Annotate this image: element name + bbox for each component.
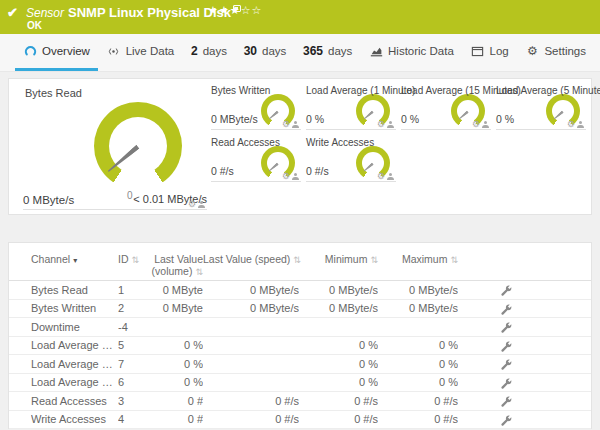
gear-icon[interactable]: ⚙ (188, 200, 196, 208)
user-icon[interactable] (198, 201, 205, 208)
cell-id: 5 (118, 339, 143, 351)
table-row-downtime[interactable]: Downtime-4 (9, 318, 591, 337)
column-header-volume[interactable]: Last Value(volume)⇅ (143, 253, 203, 278)
star-rating[interactable]: ★★★☆☆ (208, 4, 262, 17)
table-row-write-accesses[interactable]: Write Accesses40 #0 #/s0 #/s0 #/s (9, 411, 591, 430)
column-label: (volume) (152, 265, 193, 277)
channel-settings-wrench-icon[interactable] (501, 396, 512, 407)
tab-2-days[interactable]: 2days (183, 34, 235, 71)
tab-30-days[interactable]: 30days (236, 34, 295, 71)
cell-volume: 0 # (143, 395, 203, 407)
user-icon[interactable] (292, 173, 299, 180)
gauge-mini-actions: ⚙ (282, 120, 299, 128)
gauge-dial[interactable] (94, 102, 182, 190)
column-header-channel[interactable]: Channel▾ (31, 253, 118, 267)
tab-label: days (262, 45, 286, 57)
gear-icon[interactable]: ⚙ (282, 172, 290, 180)
channel-settings-wrench-icon[interactable] (501, 322, 512, 333)
cell-max: 0 MByte/s (378, 284, 458, 296)
column-label: Last Value (154, 253, 203, 265)
table-row-bytes-written[interactable]: Bytes Written20 MByte0 MByte/s0 MByte/s0… (9, 300, 591, 319)
sort-icon: ⇅ (132, 255, 140, 265)
user-icon[interactable] (387, 173, 394, 180)
tab-overview[interactable]: Overview (15, 34, 98, 71)
user-icon[interactable] (387, 121, 394, 128)
gauge-mini-actions: ⚙ (472, 120, 489, 128)
sort-icon: ⇅ (195, 267, 203, 277)
cell-channel: Write Accesses (31, 413, 118, 425)
gauge-value: 0 % (496, 113, 514, 125)
gear-icon[interactable]: ⚙ (377, 172, 385, 180)
gauge-label: Load Average (5 Minutes) (496, 85, 600, 96)
star-filled-icon[interactable]: ★ (208, 4, 219, 16)
status-check-icon: ✔ (7, 5, 18, 20)
star-filled-icon[interactable]: ★ (230, 4, 241, 16)
cell-min: 0 #/s (299, 395, 378, 407)
channel-settings-wrench-icon[interactable] (501, 359, 512, 370)
cell-volume: 0 # (143, 413, 203, 425)
tab-settings[interactable]: ⚙Settings (517, 34, 594, 71)
cell-max: 0 MByte/s (378, 302, 458, 314)
channel-settings-wrench-icon[interactable] (501, 285, 512, 296)
channel-settings-wrench-icon[interactable] (501, 415, 512, 426)
gauge-scale-min: 0 MByte/s (23, 194, 74, 206)
prtg-sensor-page: ✔ Sensor SNMP Linux Physical Disk ★★★☆☆ … (0, 0, 600, 430)
status-badge: OK (27, 20, 42, 31)
gauge-value: 0 #/s (211, 165, 234, 177)
gauge-mini-actions: ⚙ (282, 172, 299, 180)
cell-min: 0 #/s (299, 413, 378, 425)
tab-label: Settings (544, 45, 586, 57)
tab-historic-data[interactable]: Historic Data (361, 34, 462, 71)
column-header-min[interactable]: Minimum⇅ (299, 253, 378, 266)
table-row-load-average-5-min[interactable]: Load Average (5 Min...60 %0 %0 % (9, 374, 591, 393)
small-gauges: Bytes Written0 MByte/s⚙Load Average (1 M… (211, 85, 591, 189)
table-header: Channel▾ID⇅Last Value(volume)⇅Last Value… (9, 243, 591, 281)
tab-365-days[interactable]: 365days (295, 34, 360, 71)
tab-label: Live Data (126, 45, 175, 57)
gauge-mini-actions: ⚙ (188, 200, 205, 208)
channel-settings-wrench-icon[interactable] (501, 304, 512, 315)
table-row-load-average-1-min[interactable]: Load Average (1 Min...50 %0 %0 % (9, 337, 591, 356)
table-row-bytes-read[interactable]: Bytes Read10 MByte0 MByte/s0 MByte/s0 MB… (9, 281, 591, 300)
cell-id: 3 (118, 395, 143, 407)
gauge-load-average-5-minutes: Load Average (5 Minutes)0 %⚙ (496, 85, 586, 130)
channel-settings-wrench-icon[interactable] (501, 341, 512, 352)
star-empty-icon[interactable]: ☆ (252, 4, 263, 16)
tab-label: Historic Data (388, 45, 454, 57)
user-icon[interactable] (292, 121, 299, 128)
channel-settings-wrench-icon[interactable] (501, 378, 512, 389)
table-row-read-accesses[interactable]: Read Accesses30 #0 #/s0 #/s0 #/s (9, 392, 591, 411)
table-row-load-average-15-mi[interactable]: Load Average (15 Mi...70 %0 %0 % (9, 355, 591, 374)
sort-icon: ⇅ (370, 255, 378, 265)
cell-actions (458, 357, 554, 370)
cell-channel: Load Average (1 Min... (31, 339, 118, 351)
star-empty-icon[interactable]: ☆ (241, 4, 252, 16)
column-header-max[interactable]: Maximum⇅ (378, 253, 458, 266)
cell-speed: 0 #/s (203, 395, 299, 407)
star-filled-icon[interactable]: ★ (219, 4, 230, 16)
gear-icon[interactable]: ⚙ (282, 120, 290, 128)
cell-min: 0 % (299, 376, 378, 388)
sensor-kind-label: Sensor (26, 6, 64, 20)
cell-min: 0 MByte/s (299, 302, 378, 314)
gear-icon[interactable]: ⚙ (472, 120, 480, 128)
cell-channel: Read Accesses (31, 395, 118, 407)
tab-log[interactable]: Log (463, 34, 517, 71)
gauge-mini-actions: ⚙ (377, 172, 394, 180)
tab-label: days (203, 45, 227, 57)
cell-id: 4 (118, 413, 143, 425)
gear-icon[interactable]: ⚙ (377, 120, 385, 128)
gear-icon: ⚙ (525, 44, 539, 58)
cell-channel: Bytes Written (31, 302, 118, 314)
cell-actions (458, 376, 554, 389)
tab-live-data[interactable]: Live Data (99, 34, 183, 71)
cell-volume: 0 MByte (143, 302, 203, 314)
user-icon[interactable] (482, 121, 489, 128)
column-header-id[interactable]: ID⇅ (118, 253, 143, 266)
user-icon[interactable] (577, 121, 584, 128)
column-header-speed[interactable]: Last Value (speed)⇅ (203, 253, 299, 266)
tab-number: 365 (303, 44, 323, 58)
cell-actions (458, 320, 554, 333)
gear-icon[interactable]: ⚙ (567, 120, 575, 128)
column-label: Last Value (speed) (203, 253, 290, 265)
